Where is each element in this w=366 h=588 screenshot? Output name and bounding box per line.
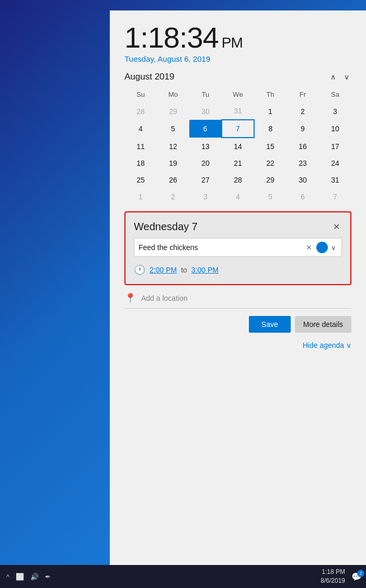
clock-display: 1:18:34PM (124, 23, 351, 52)
day-header-fr: Fr (287, 88, 319, 103)
calendar-day-cell[interactable]: 20 (189, 155, 222, 172)
event-input-row: ✕ ∨ (134, 238, 342, 257)
calendar-day-cell[interactable]: 3 (189, 188, 222, 205)
clock-icon: 🕐 (134, 264, 145, 276)
taskbar-show-hidden-icons[interactable]: ^ (4, 573, 12, 581)
taskbar-right: 1:18 PM 8/6/2019 💬 2 (321, 568, 362, 585)
clock-section: 1:18:34PM Tuesday, August 6, 2019 (124, 23, 351, 63)
notification-badge: 2 (357, 570, 364, 577)
calendar-week-row: 1234567 (124, 188, 351, 205)
calendar-day-cell[interactable]: 1 (254, 103, 287, 120)
calendar-day-cell[interactable]: 18 (124, 155, 157, 172)
calendar-day-cell[interactable]: 23 (287, 155, 319, 172)
notification-center-button[interactable]: 💬 2 (351, 572, 362, 582)
taskbar-date: 8/6/2019 (321, 576, 345, 585)
calendar-week-row: 18192021222324 (124, 155, 351, 172)
calendar-week-row: 25262728293031 (124, 172, 351, 188)
calendar-week-row: 11121314151617 (124, 138, 351, 155)
calendar-day-cell[interactable]: 2 (287, 103, 319, 120)
calendar-section: August 2019 ∧ ∨ Su Mo Tu We Th Fr Sa 282… (124, 72, 351, 205)
calendar-day-cell[interactable]: 11 (124, 138, 157, 155)
clear-event-title-button[interactable]: ✕ (304, 243, 314, 252)
calendar-day-headers: Su Mo Tu We Th Fr Sa (124, 88, 351, 103)
calendar-day-cell[interactable]: 30 (287, 172, 319, 188)
event-title-input[interactable] (139, 243, 304, 252)
calendar-day-cell[interactable]: 14 (222, 138, 254, 155)
calendar-day-cell[interactable]: 29 (254, 172, 287, 188)
calendar-day-cell[interactable]: 2 (157, 188, 189, 205)
calendar-day-cell[interactable]: 7 (319, 188, 351, 205)
calendar-day-cell[interactable]: 10 (319, 120, 351, 138)
calendar-prev-button[interactable]: ∧ (328, 72, 338, 82)
calendar-day-cell[interactable]: 4 (124, 120, 157, 138)
calendar-week-row: 28293031123 (124, 103, 351, 120)
calendar-day-cell[interactable]: 7 (222, 120, 254, 138)
event-popup-header: Wednesday 7 ✕ (134, 221, 342, 233)
calendar-day-cell[interactable]: 19 (157, 155, 189, 172)
event-color-dropdown-button[interactable]: ∨ (330, 244, 337, 252)
calendar-month-year: August 2019 (124, 72, 174, 82)
taskbar-clock[interactable]: 1:18 PM 8/6/2019 (321, 568, 345, 585)
event-popup: Wednesday 7 ✕ ✕ ∨ 🕐 2:00 PM to 3:00 PM (124, 211, 351, 285)
chevron-down-icon: ∨ (346, 341, 351, 349)
event-day-title: Wednesday 7 (134, 221, 198, 233)
calendar-day-cell[interactable]: 12 (157, 138, 189, 155)
calendar-header: August 2019 ∧ ∨ (124, 72, 351, 82)
calendar-nav: ∧ ∨ (328, 72, 351, 82)
calendar-day-cell[interactable]: 29 (157, 103, 189, 120)
calendar-day-cell[interactable]: 16 (287, 138, 319, 155)
event-end-time[interactable]: 3:00 PM (191, 266, 219, 274)
day-header-tu: Tu (189, 88, 222, 103)
location-icon: 📍 (124, 292, 136, 304)
clock-time-value: 1:18:34 (124, 21, 219, 54)
calendar-day-cell[interactable]: 3 (319, 103, 351, 120)
day-header-we: We (222, 88, 254, 103)
calendar-day-cell[interactable]: 27 (189, 172, 222, 188)
save-button[interactable]: Save (249, 316, 291, 333)
calendar-day-cell[interactable]: 31 (222, 103, 254, 120)
day-header-th: Th (254, 88, 287, 103)
calendar-day-cell[interactable]: 13 (189, 138, 222, 155)
calendar-day-cell[interactable]: 8 (254, 120, 287, 138)
calendar-day-cell[interactable]: 5 (254, 188, 287, 205)
event-color-dot (316, 242, 328, 253)
taskbar-volume-icon[interactable]: 🔊 (28, 573, 41, 581)
more-details-button[interactable]: More details (295, 316, 351, 333)
calendar-day-cell[interactable]: 24 (319, 155, 351, 172)
calendar-day-cell[interactable]: 5 (157, 120, 189, 138)
calendar-day-cell[interactable]: 4 (222, 188, 254, 205)
close-event-popup-button[interactable]: ✕ (331, 221, 342, 233)
event-time-row: 🕐 2:00 PM to 3:00 PM (134, 262, 342, 278)
calendar-day-cell[interactable]: 21 (222, 155, 254, 172)
clock-ampm: PM (222, 35, 243, 51)
location-placeholder[interactable]: Add a location (141, 294, 188, 302)
calendar-flyout: 1:18:34PM Tuesday, August 6, 2019 August… (110, 10, 366, 575)
calendar-day-cell[interactable]: 26 (157, 172, 189, 188)
event-start-time[interactable]: 2:00 PM (150, 266, 177, 274)
day-header-su: Su (124, 88, 157, 103)
hide-agenda-row: Hide agenda ∨ (124, 337, 351, 358)
calendar-day-cell[interactable]: 30 (189, 103, 222, 120)
calendar-day-cell[interactable]: 28 (222, 172, 254, 188)
calendar-day-cell[interactable]: 25 (124, 172, 157, 188)
calendar-day-cell[interactable]: 15 (254, 138, 287, 155)
calendar-day-cell[interactable]: 31 (319, 172, 351, 188)
taskbar-left: ^ ⬜ 🔊 ✒ (4, 573, 53, 581)
calendar-day-cell[interactable]: 28 (124, 103, 157, 120)
hide-agenda-button[interactable]: Hide agenda ∨ (303, 341, 351, 349)
time-separator: to (181, 266, 187, 274)
calendar-next-button[interactable]: ∨ (342, 72, 351, 82)
hide-agenda-label: Hide agenda (303, 341, 344, 349)
calendar-day-cell[interactable]: 6 (189, 120, 222, 138)
calendar-day-cell[interactable]: 22 (254, 155, 287, 172)
calendar-day-cell[interactable]: 9 (287, 120, 319, 138)
calendar-week-row: 45678910 (124, 120, 351, 138)
location-row: 📍 Add a location (124, 285, 351, 309)
taskbar-time: 1:18 PM (321, 568, 345, 576)
calendar-day-cell[interactable]: 17 (319, 138, 351, 155)
taskbar-pen-icon[interactable]: ✒ (43, 573, 53, 581)
calendar-day-cell[interactable]: 6 (287, 188, 319, 205)
calendar-day-cell[interactable]: 1 (124, 188, 157, 205)
taskbar-display-icon[interactable]: ⬜ (14, 573, 26, 581)
taskbar: ^ ⬜ 🔊 ✒ 1:18 PM 8/6/2019 💬 2 (0, 565, 366, 588)
